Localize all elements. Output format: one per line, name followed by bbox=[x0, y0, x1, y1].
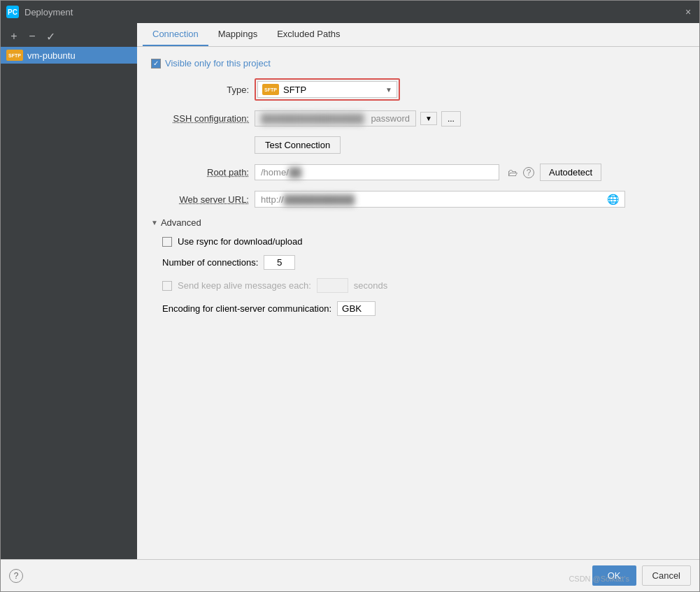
keep-alive-checkbox[interactable] bbox=[162, 281, 172, 291]
rsync-checkbox[interactable] bbox=[162, 237, 172, 247]
type-row: Type: SFTP SFTP ▼ bbox=[151, 78, 685, 101]
type-dropdown-wrapper: SFTP SFTP ▼ bbox=[255, 78, 400, 101]
keep-alive-label: Send keep alive messages each: bbox=[178, 280, 311, 291]
server-name: vm-pubuntu bbox=[27, 50, 76, 61]
form-area: Visible only for this project Type: SFTP… bbox=[137, 47, 699, 559]
deployment-dialog: PC Deployment × + − ✓ SFTP vm-pubuntu Co… bbox=[0, 0, 700, 592]
root-path-label: Root path: bbox=[151, 167, 249, 178]
ssh-row: SSH configuration: ████████████████ pass… bbox=[151, 110, 685, 127]
type-value: SFTP bbox=[283, 85, 306, 95]
remove-server-button[interactable]: − bbox=[24, 29, 40, 44]
web-server-row: Web server URL: http://███████████ 🌐 bbox=[151, 191, 685, 208]
ssh-blurred-text: ████████████████ bbox=[261, 113, 364, 124]
ssh-controls: ████████████████ password ▼ ... bbox=[255, 110, 461, 127]
right-panel: Connection Mappings Excluded Paths Visib… bbox=[137, 23, 699, 559]
tab-connection[interactable]: Connection bbox=[143, 23, 208, 46]
keep-alive-unit: seconds bbox=[354, 280, 387, 291]
app-icon: PC bbox=[6, 6, 19, 18]
advanced-label: Advanced bbox=[161, 217, 201, 228]
tab-mappings[interactable]: Mappings bbox=[208, 23, 267, 46]
tab-excluded-paths[interactable]: Excluded Paths bbox=[267, 23, 350, 46]
web-url-value: http://███████████ bbox=[261, 194, 355, 205]
title-bar: PC Deployment × bbox=[1, 1, 699, 23]
close-button[interactable]: × bbox=[683, 6, 694, 17]
watermark: CSDN @Solkatt's bbox=[569, 575, 629, 583]
type-dropdown-arrow: ▼ bbox=[385, 86, 392, 94]
keep-alive-input bbox=[317, 278, 348, 293]
autodetect-button[interactable]: Autodetect bbox=[540, 164, 601, 181]
main-content: + − ✓ SFTP vm-pubuntu Connection Mapping… bbox=[1, 23, 699, 559]
ssh-input-field[interactable]: ████████████████ password bbox=[255, 110, 416, 127]
rsync-label: Use rsync for download/upload bbox=[178, 236, 303, 247]
help-icon-root[interactable]: ? bbox=[523, 167, 534, 178]
connections-label: Number of connections: bbox=[162, 257, 258, 268]
cancel-button[interactable]: Cancel bbox=[642, 565, 691, 586]
title-bar-left: PC Deployment bbox=[6, 6, 73, 18]
type-dropdown[interactable]: SFTP SFTP ▼ bbox=[257, 81, 397, 98]
collapse-icon: ▼ bbox=[151, 219, 158, 226]
globe-icon: 🌐 bbox=[607, 194, 619, 205]
encoding-row: Encoding for client-server communication… bbox=[151, 301, 685, 316]
test-connection-row: Test Connection bbox=[151, 136, 685, 154]
sidebar-toolbar: + − ✓ bbox=[1, 26, 137, 47]
visible-checkbox[interactable] bbox=[151, 59, 161, 68]
web-server-label: Web server URL: bbox=[151, 194, 249, 205]
add-server-button[interactable]: + bbox=[6, 29, 22, 44]
root-path-value: /home/██ bbox=[261, 167, 301, 178]
tabs: Connection Mappings Excluded Paths bbox=[137, 23, 699, 47]
sftp-type-icon: SFTP bbox=[262, 84, 279, 95]
confirm-button[interactable]: ✓ bbox=[43, 29, 58, 44]
encoding-label: Encoding for client-server communication… bbox=[162, 303, 331, 314]
folder-icon[interactable]: 🗁 bbox=[508, 167, 517, 178]
ssh-dropdown-button[interactable]: ▼ bbox=[420, 112, 437, 125]
encoding-input[interactable] bbox=[337, 301, 376, 316]
ssh-password-label: password bbox=[371, 113, 410, 124]
rsync-row: Use rsync for download/upload bbox=[151, 236, 685, 247]
connections-row: Number of connections: bbox=[151, 255, 685, 270]
ssh-more-button[interactable]: ... bbox=[441, 111, 461, 127]
web-url-input[interactable]: http://███████████ 🌐 bbox=[255, 191, 625, 208]
connections-input[interactable] bbox=[264, 255, 295, 270]
keep-alive-row: Send keep alive messages each: seconds bbox=[151, 278, 685, 293]
visible-check-row: Visible only for this project bbox=[151, 58, 685, 68]
root-path-input[interactable]: /home/██ bbox=[255, 164, 499, 180]
visible-label: Visible only for this project bbox=[165, 58, 271, 68]
advanced-section: ▼ Advanced Use rsync for download/upload… bbox=[151, 217, 685, 316]
sidebar-item-vm-pubuntu[interactable]: SFTP vm-pubuntu bbox=[1, 47, 137, 64]
ssh-label: SSH configuration: bbox=[151, 113, 249, 124]
test-connection-button[interactable]: Test Connection bbox=[255, 136, 341, 154]
advanced-toggle[interactable]: ▼ Advanced bbox=[151, 217, 685, 228]
help-button[interactable]: ? bbox=[9, 569, 23, 583]
root-path-row: Root path: /home/██ 🗁 ? Autodetect bbox=[151, 164, 685, 181]
dialog-title: Deployment bbox=[24, 7, 73, 17]
type-label: Type: bbox=[151, 85, 249, 95]
sidebar: + − ✓ SFTP vm-pubuntu bbox=[1, 23, 137, 559]
sftp-icon: SFTP bbox=[6, 50, 23, 61]
